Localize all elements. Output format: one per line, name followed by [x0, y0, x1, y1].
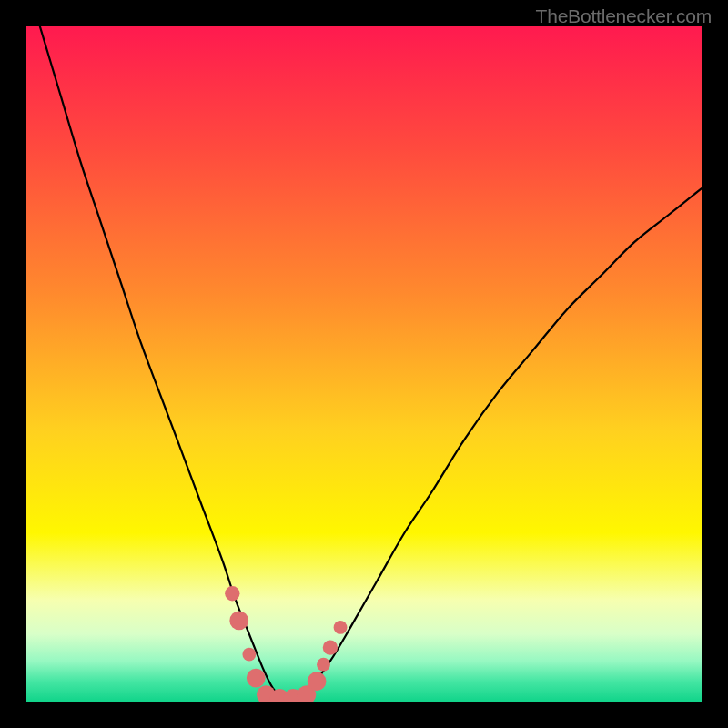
curve-marker [247, 669, 266, 688]
watermark-text: TheBottlenecker.com [536, 5, 712, 27]
plot-area [26, 26, 702, 702]
curve-marker [323, 640, 338, 654]
bottleneck-chart [26, 26, 702, 702]
curve-marker [317, 658, 330, 672]
curve-marker [229, 612, 248, 631]
curve-marker [225, 586, 239, 601]
curve-marker [308, 672, 327, 691]
chart-frame: TheBottlenecker.com [0, 0, 728, 728]
curve-marker [242, 648, 256, 662]
curve-marker [334, 621, 348, 634]
gradient-background [26, 26, 702, 702]
